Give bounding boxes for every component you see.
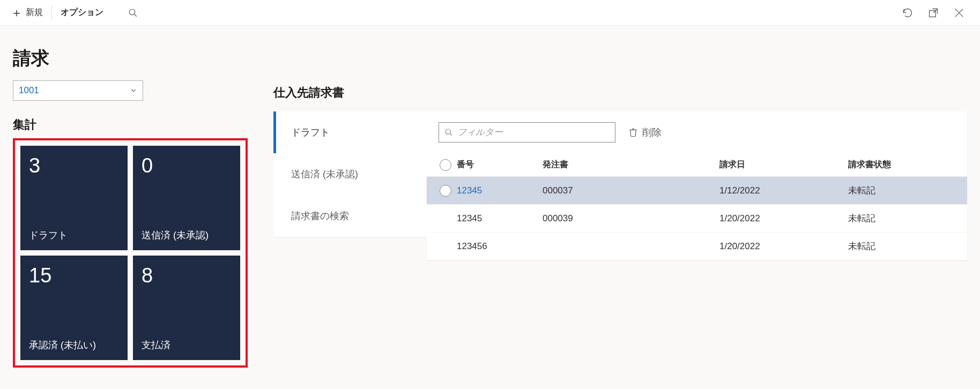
tab-label: ドラフト bbox=[291, 126, 330, 139]
popout-button[interactable] bbox=[925, 5, 941, 21]
search-icon bbox=[444, 128, 453, 137]
tile-count: 8 bbox=[142, 264, 232, 287]
tile-count: 3 bbox=[29, 154, 119, 177]
options-button[interactable]: オプション bbox=[55, 3, 109, 23]
refresh-icon bbox=[902, 8, 913, 18]
tile-label: ドラフト bbox=[29, 229, 119, 242]
new-button-label: 新規 bbox=[26, 7, 43, 18]
table-row[interactable]: 123450000391/20/2022未転記 bbox=[427, 205, 967, 233]
select-all-circle[interactable] bbox=[440, 159, 451, 171]
summary-tiles: 3 ドラフト 0 送信済 (未承認) 15 承認済 (未払い) 8 支払済 bbox=[13, 138, 248, 368]
svg-line-1 bbox=[134, 14, 137, 17]
options-button-label: オプション bbox=[61, 7, 103, 18]
search-icon bbox=[128, 8, 138, 18]
cell-date: 1/20/2022 bbox=[719, 241, 848, 252]
cell-number: 123456 bbox=[457, 241, 543, 252]
filter-input-wrapper[interactable] bbox=[439, 122, 615, 143]
svg-point-0 bbox=[129, 9, 135, 15]
tile-label: 承認済 (未払い) bbox=[29, 339, 119, 351]
col-status[interactable]: 請求書状態 bbox=[848, 159, 960, 170]
popout-icon bbox=[928, 8, 939, 18]
tile-approved[interactable]: 15 承認済 (未払い) bbox=[20, 256, 128, 360]
trash-icon bbox=[628, 128, 638, 137]
chevron-down-icon bbox=[130, 87, 137, 94]
tile-draft[interactable]: 3 ドラフト bbox=[20, 146, 128, 250]
new-button[interactable]: ＋ 新規 bbox=[5, 3, 48, 23]
row-select-circle[interactable] bbox=[440, 185, 451, 197]
tile-count: 0 bbox=[142, 154, 232, 177]
cell-status: 未転記 bbox=[848, 240, 960, 252]
list-title: 仕入先請求書 bbox=[273, 85, 967, 101]
plus-icon: ＋ bbox=[11, 5, 23, 21]
col-date[interactable]: 請求日 bbox=[719, 159, 848, 170]
cell-status: 未転記 bbox=[848, 212, 960, 225]
page-title: 請求 bbox=[13, 46, 248, 71]
tile-label: 送信済 (未承認) bbox=[142, 229, 232, 242]
search-button[interactable] bbox=[125, 5, 141, 21]
cell-date: 1/20/2022 bbox=[719, 213, 848, 224]
cell-po: 000037 bbox=[543, 185, 719, 196]
tile-sent[interactable]: 0 送信済 (未承認) bbox=[133, 146, 240, 250]
table-row[interactable]: 123450000371/12/2022未転記 bbox=[427, 177, 967, 205]
tab-search[interactable]: 請求書の検索 bbox=[273, 195, 427, 237]
vertical-tabs: ドラフト 送信済 (未承認) 請求書の検索 bbox=[273, 111, 427, 237]
account-select-value: 1001 bbox=[19, 85, 39, 96]
tab-label: 送信済 (未承認) bbox=[291, 168, 358, 181]
cell-number: 12345 bbox=[457, 185, 543, 196]
svg-line-7 bbox=[450, 133, 452, 136]
refresh-button[interactable] bbox=[900, 5, 916, 21]
col-number[interactable]: 番号 bbox=[457, 159, 543, 170]
close-icon bbox=[953, 7, 965, 19]
tile-count: 15 bbox=[29, 264, 119, 287]
grid-header: 番号 発注書 請求日 請求書状態 bbox=[427, 153, 967, 177]
tab-sent[interactable]: 送信済 (未承認) bbox=[273, 153, 427, 195]
table-row[interactable]: 1234561/20/2022未転記 bbox=[427, 233, 967, 260]
tile-paid[interactable]: 8 支払済 bbox=[133, 256, 240, 360]
col-po[interactable]: 発注書 bbox=[543, 159, 719, 170]
close-button[interactable] bbox=[951, 5, 967, 21]
tile-label: 支払済 bbox=[142, 339, 232, 351]
tab-label: 請求書の検索 bbox=[291, 210, 349, 222]
summary-title: 集計 bbox=[13, 117, 248, 133]
cell-date: 1/12/2022 bbox=[719, 185, 848, 196]
account-select[interactable]: 1001 bbox=[13, 80, 143, 101]
filter-input[interactable] bbox=[457, 127, 610, 138]
delete-button[interactable]: 削除 bbox=[628, 126, 662, 139]
toolbar-separator bbox=[51, 5, 52, 20]
cell-po: 000039 bbox=[543, 213, 719, 224]
delete-button-label: 削除 bbox=[642, 126, 662, 139]
tab-draft[interactable]: ドラフト bbox=[273, 111, 427, 153]
cell-number: 12345 bbox=[457, 213, 543, 224]
svg-point-6 bbox=[446, 129, 450, 134]
cell-status: 未転記 bbox=[848, 184, 960, 197]
